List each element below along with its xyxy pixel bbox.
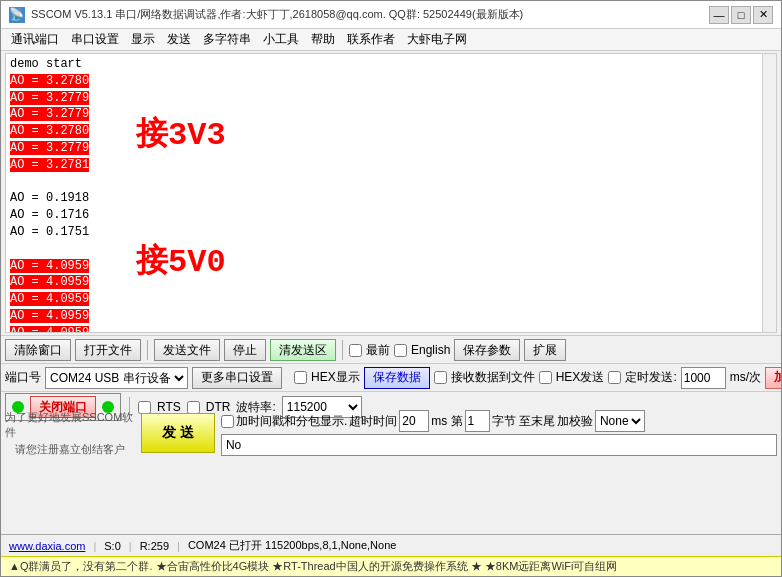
- title-bar-left: 📡 SSCOM V5.13.1 串口/网络数据调试器,作者:大虾丁丁,26180…: [9, 7, 523, 23]
- english-checkbox[interactable]: [394, 344, 407, 357]
- title-bar-controls: — □ ✕: [709, 6, 773, 24]
- label-3v3: 接3V3: [136, 112, 226, 156]
- close-button[interactable]: ✕: [753, 6, 773, 24]
- hex-display-label: HEX显示: [311, 369, 360, 386]
- menu-website[interactable]: 大虾电子网: [401, 30, 473, 49]
- send-button[interactable]: 发 送: [141, 413, 215, 453]
- timed-value-input[interactable]: 1000: [681, 367, 726, 389]
- timestamp-checkbox[interactable]: [221, 415, 234, 428]
- minimize-button[interactable]: —: [709, 6, 729, 24]
- dtr-checkbox[interactable]: [187, 401, 200, 414]
- send-content-row: No: [221, 434, 777, 456]
- clear-window-button[interactable]: 清除窗口: [5, 339, 71, 361]
- english-label: English: [411, 343, 450, 357]
- timeout-value[interactable]: 20: [399, 410, 429, 432]
- stop-button[interactable]: 停止: [224, 339, 266, 361]
- promo-line2: 请您注册嘉立创结客户: [15, 442, 125, 457]
- run-on-open-button[interactable]: 加回车执行: [765, 367, 781, 389]
- toolbar-separator: [147, 340, 148, 360]
- hex-display-checkbox[interactable]: [294, 371, 307, 384]
- main-content: demo start AO = 3.2780 AO = 3.2779 AO = …: [1, 51, 781, 534]
- rts-label: RTS: [157, 400, 181, 414]
- timed-send-label: 定时发送:: [625, 369, 676, 386]
- recv-to-file-checkbox[interactable]: [434, 371, 447, 384]
- hex-send-checkbox[interactable]: [539, 371, 552, 384]
- save-data-button[interactable]: 保存数据: [364, 367, 430, 389]
- byte-label: 字节 至末尾: [492, 413, 555, 430]
- menu-display[interactable]: 显示: [125, 30, 161, 49]
- title-bar: 📡 SSCOM V5.13.1 串口/网络数据调试器,作者:大虾丁丁,26180…: [1, 1, 781, 29]
- menu-contact[interactable]: 联系作者: [341, 30, 401, 49]
- expand-button[interactable]: 扩展: [524, 339, 566, 361]
- send-file-button[interactable]: 发送文件: [154, 339, 220, 361]
- bottom-toolbar: 清除窗口 打开文件 发送文件 停止 清发送区 最前 English 保存参数 扩…: [1, 335, 781, 363]
- port-select[interactable]: COM24 USB 串行设备: [45, 367, 188, 389]
- terminal-area[interactable]: demo start AO = 3.2780 AO = 3.2779 AO = …: [5, 53, 777, 333]
- timeout-unit: ms 第: [431, 413, 462, 430]
- window-title: SSCOM V5.13.1 串口/网络数据调试器,作者:大虾丁丁,2618058…: [31, 7, 523, 22]
- timestamp-row: 加时间戳和分包显示. 超时时间 20 ms 第 1 字节 至末尾 加校验 Non…: [221, 410, 777, 432]
- rts-checkbox[interactable]: [138, 401, 151, 414]
- port-label: 端口号: [5, 369, 41, 386]
- settings-area: 关闭端口 RTS DTR 波特率: 115200 为了更好地发展SSCOM软件 …: [1, 391, 781, 448]
- timed-send-checkbox[interactable]: [608, 371, 621, 384]
- send-content-input[interactable]: No: [221, 434, 777, 456]
- settings-row2: 为了更好地发展SSCOM软件 请您注册嘉立创结客户 发 送 加时间戳和分包显示.…: [5, 420, 777, 446]
- label-5v0: 接5V0: [136, 239, 226, 283]
- menu-comport[interactable]: 通讯端口: [5, 30, 65, 49]
- website-link[interactable]: www.daxia.com: [9, 540, 85, 552]
- timestamp-label: 加时间戳和分包显示.: [236, 413, 347, 430]
- terminal-output: demo start AO = 3.2780 AO = 3.2779 AO = …: [10, 56, 772, 333]
- port-info: COM24 已打开 115200bps,8,1,None,None: [188, 538, 397, 553]
- open-file-button[interactable]: 打开文件: [75, 339, 141, 361]
- timed-unit-label: ms/次: [730, 369, 761, 386]
- checksum-label: 加校验: [557, 413, 593, 430]
- hex-send-label: HEX发送: [556, 369, 605, 386]
- recv-count: R:259: [140, 540, 169, 552]
- menu-port-settings[interactable]: 串口设置: [65, 30, 125, 49]
- port-row: 端口号 COM24 USB 串行设备 更多串口设置 HEX显示 保存数据 接收数…: [1, 363, 781, 391]
- auto-send-button[interactable]: 清发送区: [270, 339, 336, 361]
- advert-text: ▲Q群满员了，没有第二个群. ★合宙高性价比4G模块 ★RT-Thread中国人…: [9, 559, 617, 574]
- menu-tools[interactable]: 小工具: [257, 30, 305, 49]
- menu-bar: 通讯端口 串口设置 显示 发送 多字符串 小工具 帮助 联系作者 大虾电子网: [1, 29, 781, 51]
- last-checkbox[interactable]: [349, 344, 362, 357]
- menu-multistring[interactable]: 多字符串: [197, 30, 257, 49]
- main-window: 📡 SSCOM V5.13.1 串口/网络数据调试器,作者:大虾丁丁,26180…: [0, 0, 782, 577]
- scrollbar-vertical[interactable]: [762, 54, 776, 332]
- byte-num[interactable]: 1: [465, 410, 490, 432]
- last-label: 最前: [366, 342, 390, 359]
- advert-bar: ▲Q群满员了，没有第二个群. ★合宙高性价比4G模块 ★RT-Thread中国人…: [1, 556, 781, 576]
- menu-send[interactable]: 发送: [161, 30, 197, 49]
- promo-line1: 为了更好地发展SSCOM软件: [5, 410, 135, 440]
- checksum-select[interactable]: None: [595, 410, 645, 432]
- timeout-label: 超时时间: [349, 413, 397, 430]
- more-settings-button[interactable]: 更多串口设置: [192, 367, 282, 389]
- save-params-button[interactable]: 保存参数: [454, 339, 520, 361]
- send-count: S:0: [104, 540, 121, 552]
- status-bar: www.daxia.com | S:0 | R:259 | COM24 已打开 …: [1, 534, 781, 556]
- app-icon: 📡: [9, 7, 25, 23]
- maximize-button[interactable]: □: [731, 6, 751, 24]
- toolbar-separator2: [342, 340, 343, 360]
- menu-help[interactable]: 帮助: [305, 30, 341, 49]
- recv-to-file-label: 接收数据到文件: [451, 369, 535, 386]
